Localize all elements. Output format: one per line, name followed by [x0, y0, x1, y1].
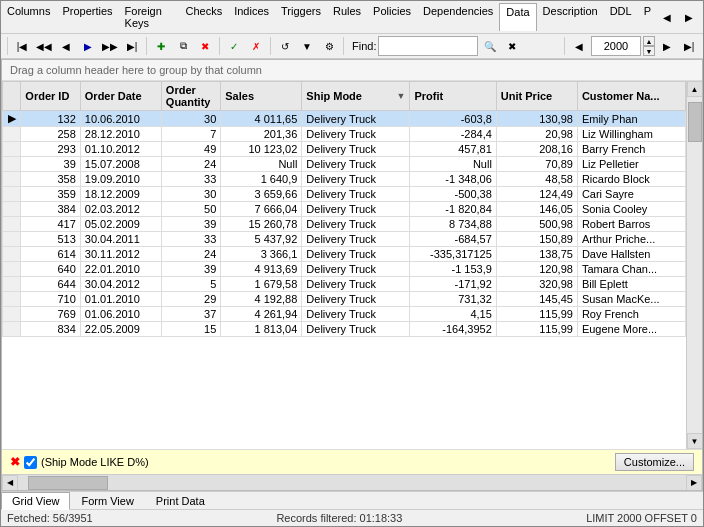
- menu-rules[interactable]: Rules: [327, 3, 367, 31]
- nav-prev-btn[interactable]: ◀: [657, 7, 677, 27]
- table-row[interactable]: 358 19.09.2010 33 1 640,9 Delivery Truck…: [3, 172, 686, 187]
- limit-up-btn[interactable]: ▲: [643, 36, 655, 46]
- table-row[interactable]: 513 30.04.2011 33 5 437,92 Delivery Truc…: [3, 232, 686, 247]
- filter-delete-btn[interactable]: ✖: [10, 455, 20, 469]
- scroll-down-btn[interactable]: ▼: [687, 433, 703, 449]
- scroll-thumb[interactable]: [688, 102, 702, 142]
- toolbar-row1: |◀ ◀◀ ◀ ▶ ▶▶ ▶| ✚ ⧉ ✖ ✓ ✗ ↺ ▼ ⚙ Find: 🔍 …: [1, 34, 703, 59]
- col-header-ship-mode[interactable]: Ship Mode ▼: [302, 82, 410, 111]
- vertical-scrollbar[interactable]: ▲ ▼: [686, 81, 702, 449]
- cell-order-qty: 39: [161, 217, 220, 232]
- filter-text: (Ship Mode LIKE D%): [41, 456, 149, 468]
- find-execute-btn[interactable]: 🔍: [480, 36, 500, 56]
- menu-p[interactable]: P: [638, 3, 657, 31]
- filter-checkbox[interactable]: [24, 456, 37, 469]
- table-row[interactable]: 39 15.07.2008 24 Null Delivery Truck Nul…: [3, 157, 686, 172]
- cell-order-qty: 5: [161, 277, 220, 292]
- menu-description[interactable]: Description: [537, 3, 604, 31]
- scroll-left-btn[interactable]: ◀: [2, 475, 18, 491]
- col-header-order-date[interactable]: Order Date: [80, 82, 161, 111]
- table-row[interactable]: 293 01.10.2012 49 10 123,02 Delivery Tru…: [3, 142, 686, 157]
- scroll-track[interactable]: [687, 97, 702, 433]
- cell-customer: Liz Pelletier: [577, 157, 685, 172]
- nav-prev-row-btn[interactable]: ◀: [56, 36, 76, 56]
- limit-prev-btn[interactable]: ◀: [569, 36, 589, 56]
- row-indicator: [3, 307, 21, 322]
- h-scroll-track[interactable]: [18, 475, 686, 491]
- col-header-order-qty[interactable]: OrderQuantity: [161, 82, 220, 111]
- cell-unit-price: 146,05: [496, 202, 577, 217]
- save-btn[interactable]: ✓: [224, 36, 244, 56]
- copy-row-btn[interactable]: ⧉: [173, 36, 193, 56]
- filter-btn[interactable]: ▼: [297, 36, 317, 56]
- menu-foreign-keys[interactable]: Foreign Keys: [119, 3, 180, 31]
- cell-ship-mode: Delivery Truck: [302, 262, 410, 277]
- table-row[interactable]: 359 18.12.2009 30 3 659,66 Delivery Truc…: [3, 187, 686, 202]
- cell-order-qty: 7: [161, 127, 220, 142]
- menu-dependencies[interactable]: Dependencies: [417, 3, 499, 31]
- limit-next-btn[interactable]: ▶: [657, 36, 677, 56]
- limit-down-btn[interactable]: ▼: [643, 46, 655, 56]
- table-row[interactable]: 834 22.05.2009 15 1 813,04 Delivery Truc…: [3, 322, 686, 337]
- scroll-right-btn[interactable]: ▶: [686, 475, 702, 491]
- find-label: Find:: [352, 40, 376, 52]
- tab-form-view[interactable]: Form View: [70, 492, 144, 509]
- col-header-customer-name[interactable]: Customer Na...: [577, 82, 685, 111]
- refresh-btn[interactable]: ↺: [275, 36, 295, 56]
- cell-ship-mode: Delivery Truck: [302, 292, 410, 307]
- nav-next-row-btn[interactable]: ▶: [78, 36, 98, 56]
- horizontal-scrollbar[interactable]: ◀ ▶: [2, 474, 702, 490]
- col-header-unit-price[interactable]: Unit Price: [496, 82, 577, 111]
- table-row[interactable]: ▶ 132 10.06.2010 30 4 011,65 Delivery Tr…: [3, 111, 686, 127]
- menu-policies[interactable]: Policies: [367, 3, 417, 31]
- table-row[interactable]: 640 22.01.2010 39 4 913,69 Delivery Truc…: [3, 262, 686, 277]
- row-indicator: [3, 292, 21, 307]
- col-header-order-id[interactable]: Order ID: [21, 82, 80, 111]
- menu-properties[interactable]: Properties: [56, 3, 118, 31]
- filter-icon[interactable]: ▼: [396, 91, 405, 101]
- options-btn[interactable]: ⚙: [319, 36, 339, 56]
- add-row-btn[interactable]: ✚: [151, 36, 171, 56]
- menu-ddl[interactable]: DDL: [604, 3, 638, 31]
- menu-indices[interactable]: Indices: [228, 3, 275, 31]
- table-row[interactable]: 614 30.11.2012 24 3 366,1 Delivery Truck…: [3, 247, 686, 262]
- nav-prev-page-btn[interactable]: ◀◀: [34, 36, 54, 56]
- table-row[interactable]: 710 01.01.2010 29 4 192,88 Delivery Truc…: [3, 292, 686, 307]
- cell-order-id: 258: [21, 127, 80, 142]
- cell-sales: 3 659,66: [221, 187, 302, 202]
- delete-row-btn[interactable]: ✖: [195, 36, 215, 56]
- cell-order-date: 18.12.2009: [80, 187, 161, 202]
- nav-first-btn[interactable]: |◀: [12, 36, 32, 56]
- status-bar: Fetched: 56/3951 Records filtered: 01:18…: [1, 510, 703, 526]
- tab-grid-view[interactable]: Grid View: [1, 492, 70, 510]
- scroll-up-btn[interactable]: ▲: [687, 81, 703, 97]
- limit-last-btn[interactable]: ▶|: [679, 36, 699, 56]
- nav-next-btn[interactable]: ▶: [679, 7, 699, 27]
- limit-input[interactable]: [591, 36, 641, 56]
- cell-ship-mode: Delivery Truck: [302, 232, 410, 247]
- cell-unit-price: 500,98: [496, 217, 577, 232]
- table-row[interactable]: 644 30.04.2012 5 1 679,58 Delivery Truck…: [3, 277, 686, 292]
- cancel-btn[interactable]: ✗: [246, 36, 266, 56]
- menu-triggers[interactable]: Triggers: [275, 3, 327, 31]
- col-header-sales[interactable]: Sales: [221, 82, 302, 111]
- table-row[interactable]: 769 01.06.2010 37 4 261,94 Delivery Truc…: [3, 307, 686, 322]
- nav-next-page-btn[interactable]: ▶▶: [100, 36, 120, 56]
- nav-last-btn[interactable]: ▶|: [122, 36, 142, 56]
- menu-data[interactable]: Data: [499, 3, 536, 31]
- h-scroll-thumb[interactable]: [28, 476, 108, 490]
- table-scroll-area[interactable]: Order ID Order Date OrderQuantity Sales …: [2, 81, 686, 449]
- find-clear-btn[interactable]: ✖: [502, 36, 522, 56]
- tab-print-data[interactable]: Print Data: [145, 492, 216, 509]
- table-row[interactable]: 384 02.03.2012 50 7 666,04 Delivery Truc…: [3, 202, 686, 217]
- table-row[interactable]: 417 05.02.2009 39 15 260,78 Delivery Tru…: [3, 217, 686, 232]
- cell-sales: 7 666,04: [221, 202, 302, 217]
- customize-button[interactable]: Customize...: [615, 453, 694, 471]
- cell-sales: 4 913,69: [221, 262, 302, 277]
- table-row[interactable]: 258 28.12.2010 7 201,36 Delivery Truck -…: [3, 127, 686, 142]
- find-input[interactable]: [378, 36, 478, 56]
- menu-columns[interactable]: Columns: [1, 3, 56, 31]
- col-header-profit[interactable]: Profit: [410, 82, 496, 111]
- menu-checks[interactable]: Checks: [180, 3, 229, 31]
- cell-customer: Ricardo Block: [577, 172, 685, 187]
